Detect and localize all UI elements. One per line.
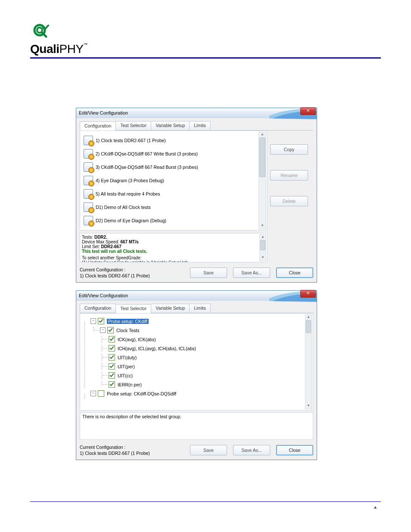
scroll-down-icon[interactable]: ▼: [259, 224, 266, 229]
close-button[interactable]: Close: [276, 445, 313, 455]
titlebar[interactable]: Edit/View Configuration ✕: [76, 108, 317, 118]
scroll-thumb[interactable]: [259, 137, 265, 177]
scroll-up-icon[interactable]: ▲: [259, 132, 266, 137]
current-config-value: 1) Clock tests DDR2-667 (1 Probe): [80, 273, 150, 279]
desc-text: Tests:: [82, 235, 94, 240]
tree-leaf-label[interactable]: tERR(n per): [118, 382, 142, 387]
checkbox[interactable]: [107, 327, 114, 333]
scrollbar[interactable]: ▲▼: [305, 314, 312, 409]
tree-node-label[interactable]: Clock Tests: [116, 328, 140, 333]
close-button[interactable]: Close: [276, 268, 313, 278]
config-item[interactable]: 2) CKdiff-DQse-DQSdiff 667 Write Burst (…: [84, 147, 252, 160]
save-button[interactable]: Save: [190, 445, 227, 455]
config-item[interactable]: D2) Demo of Eye Diagram (Debug): [84, 214, 252, 227]
config-icon: [84, 149, 93, 159]
checkbox[interactable]: [98, 318, 104, 324]
config-item-label: D2) Demo of Eye Diagram (Debug): [96, 218, 166, 223]
desc-text: Device Max Speed:: [82, 240, 121, 244]
desc-highlight: This test will run all Clock tests.: [82, 249, 265, 254]
config-icon: [84, 162, 93, 172]
close-icon: ✕: [306, 108, 310, 113]
logo-text-b: PHY: [59, 42, 84, 56]
config-item[interactable]: 4) Eye Diagram (3 Probes Debug): [84, 174, 252, 187]
checkbox[interactable]: [109, 354, 115, 361]
save-as-button[interactable]: Save As...: [233, 268, 270, 278]
desc-text: (1) Update Speed Grade variable in 'Vari…: [82, 260, 265, 262]
tab-configuration[interactable]: Configuration: [80, 304, 116, 313]
config-item[interactable]: 1) Clock tests DDR2-667 (1 Probe): [84, 134, 252, 147]
config-item[interactable]: D1) Demo of All Clock tests: [84, 200, 252, 214]
window-title: Edit/View Configuration: [79, 110, 128, 115]
tab-variable-setup[interactable]: Variable Setup: [151, 121, 190, 130]
checkbox[interactable]: [109, 363, 115, 370]
tree-leaf-label[interactable]: tCH(avg), tCL(avg), tCH(abs), tCL(abs): [118, 346, 196, 351]
config-item[interactable]: 5) All tests that require 4 Probes: [84, 187, 252, 200]
config-item-label: 3) CKdiff-DQse-DQSdiff 667 Read Burst (3…: [96, 165, 198, 170]
expand-toggle[interactable]: −: [100, 327, 106, 333]
config-item[interactable]: 3) CKdiff-DQse-DQSdiff 667 Read Burst (3…: [84, 160, 252, 174]
tree-leaf-label[interactable]: tJIT(cc): [118, 373, 133, 378]
save-button[interactable]: Save: [190, 268, 227, 278]
window-title: Edit/View Configuration: [79, 293, 128, 298]
scrollbar[interactable]: ▲▼: [258, 132, 266, 229]
current-config-label: Current Configuration :: [80, 267, 150, 273]
scroll-thumb[interactable]: [306, 320, 311, 333]
footer-rule: [30, 501, 381, 502]
delete-button[interactable]: Delete: [270, 196, 308, 206]
config-item-label: 5) All tests that require 4 Probes: [96, 191, 160, 196]
current-config-label: Current Configuration :: [80, 444, 150, 450]
scroll-down-icon[interactable]: ▼: [260, 255, 266, 261]
tree-leaf-label[interactable]: tJIT(duty): [118, 355, 137, 360]
checkbox[interactable]: [98, 390, 104, 397]
desc-text: To select another SpeedGrade:: [82, 255, 265, 260]
tab-variable-setup[interactable]: Variable Setup: [151, 304, 190, 313]
checkbox[interactable]: [109, 381, 115, 388]
desc-text: DDR2-667: [101, 244, 121, 249]
checkbox[interactable]: [109, 345, 115, 352]
edit-view-configuration-window-2: Edit/View Configuration ✕ Configuration …: [76, 290, 317, 460]
scroll-down-icon[interactable]: ▼: [305, 404, 311, 409]
tree-node-label[interactable]: Probe setup: CKdiff-DQse-DQSdiff: [107, 391, 176, 396]
edit-view-configuration-window-1: Edit/View Configuration ✕ Configuration …: [76, 108, 317, 283]
window-close-button[interactable]: ✕: [300, 290, 316, 298]
logo-tm: ™: [84, 42, 88, 47]
desc-text: Limit Set:: [82, 244, 101, 249]
tree-node-selected[interactable]: Probe setup: CKdiff: [107, 319, 149, 324]
test-tree[interactable]: − Probe setup: CKdiff −: [82, 318, 311, 397]
expand-toggle[interactable]: −: [90, 391, 96, 396]
header-rule: [30, 57, 381, 59]
tab-test-selector[interactable]: Test Selector: [115, 121, 151, 130]
checkbox[interactable]: [109, 372, 115, 379]
checkbox[interactable]: [109, 336, 115, 342]
tab-limits[interactable]: Limits: [189, 121, 210, 130]
tabs: Configuration Test Selector Variable Set…: [80, 121, 313, 131]
titlebar[interactable]: Edit/View Configuration ✕: [76, 291, 317, 301]
window-close-button[interactable]: ✕: [300, 107, 316, 115]
scroll-up-icon[interactable]: ▲: [260, 235, 266, 240]
rename-button[interactable]: Rename: [270, 170, 308, 180]
logo: QualiPHY™: [30, 22, 87, 56]
config-icon: [84, 216, 93, 225]
config-icon: [84, 202, 93, 212]
config-icon: [84, 189, 93, 199]
tab-test-selector[interactable]: Test Selector: [115, 304, 151, 313]
config-item-label: 1) Clock tests DDR2-667 (1 Probe): [96, 138, 166, 143]
scroll-up-icon[interactable]: ▲: [305, 315, 311, 320]
scrollbar[interactable]: ▲▼: [259, 234, 266, 261]
expand-toggle[interactable]: −: [90, 318, 96, 324]
scroll-thumb[interactable]: [260, 240, 265, 250]
tree-leaf-label[interactable]: tJIT(per): [118, 364, 135, 369]
current-config-value: 1) Clock tests DDR2-667 (1 Probe): [80, 450, 150, 456]
save-as-button[interactable]: Save As...: [233, 445, 270, 455]
config-description: Tests: DDR2. Device Max Speed: 667 MT/s …: [80, 233, 268, 262]
tree-leaf-label[interactable]: tCK(avg), tCK(abs): [118, 337, 156, 342]
tabs: Configuration Test Selector Variable Set…: [80, 304, 313, 313]
test-group-description: There is no description of the selected …: [80, 412, 313, 440]
configuration-list[interactable]: 1) Clock tests DDR2-667 (1 Probe) 2) CKd…: [83, 134, 252, 227]
copy-button[interactable]: Copy: [270, 144, 308, 155]
tab-limits[interactable]: Limits: [189, 304, 210, 313]
tab-configuration[interactable]: Configuration: [80, 121, 116, 131]
configuration-list-panel: 1) Clock tests DDR2-667 (1 Probe) 2) CKd…: [80, 131, 268, 230]
test-tree-panel: − Probe setup: CKdiff −: [80, 313, 313, 411]
logo-text-a: Quali: [30, 42, 59, 56]
